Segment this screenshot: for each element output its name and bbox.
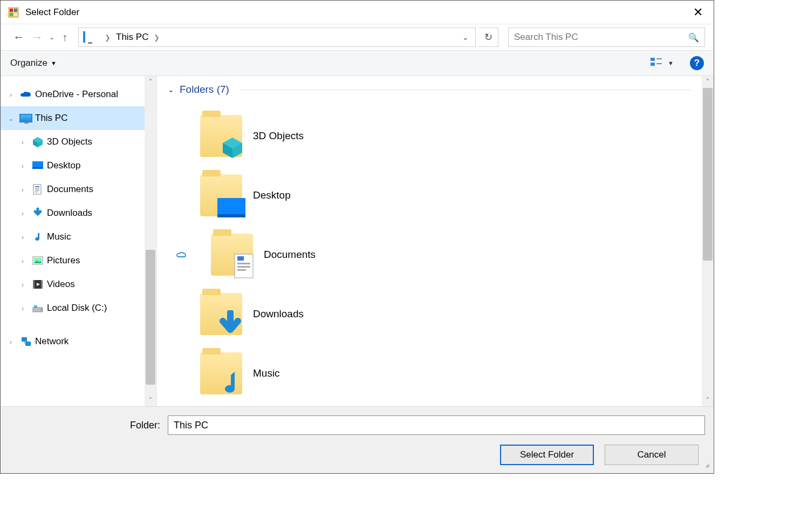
back-button[interactable]: ←: [11, 30, 26, 44]
music-icon: [31, 231, 45, 243]
folder-name-input[interactable]: [168, 415, 705, 435]
folder-item-label: 3D Objects: [253, 130, 304, 142]
breadcrumb-sep-icon[interactable]: ❯: [102, 33, 113, 42]
tree-item[interactable]: ›Local Disk (C:): [1, 296, 145, 320]
svg-rect-18: [35, 192, 38, 193]
window-title: Select Folder: [25, 7, 687, 18]
onedrive-icon: [19, 88, 33, 100]
refresh-button[interactable]: ↻: [479, 28, 498, 47]
folders-section-header[interactable]: ⌄ Folders (7): [168, 84, 691, 96]
section-title: Folders (7): [180, 84, 229, 96]
expander-icon[interactable]: ›: [17, 186, 29, 194]
tree-item-label: Pictures: [47, 255, 80, 266]
scroll-down-icon[interactable]: ˅: [706, 394, 709, 406]
expander-icon[interactable]: ›: [17, 233, 29, 241]
scrollbar-thumb[interactable]: [703, 88, 713, 261]
up-button[interactable]: ↑: [59, 31, 71, 44]
resize-grip-icon[interactable]: ◢: [9, 462, 708, 468]
thispc-icon: [83, 32, 96, 42]
thispc-icon: [19, 112, 33, 124]
section-divider: [240, 90, 691, 90]
scroll-down-icon[interactable]: ˅: [149, 394, 152, 406]
tree-item-label: Network: [35, 336, 69, 347]
organize-menu[interactable]: Organize ▼: [10, 58, 57, 69]
address-dropdown-icon[interactable]: ⌄: [456, 33, 475, 42]
svg-rect-8: [656, 63, 662, 64]
download-icon: [31, 207, 45, 219]
expander-icon[interactable]: ›: [5, 338, 17, 346]
change-view-button[interactable]: ▼: [651, 57, 674, 69]
tree-item-label: This PC: [35, 113, 67, 124]
svg-rect-39: [237, 266, 250, 268]
expander-icon[interactable]: ›: [17, 257, 29, 265]
tree-item-label: Local Disk (C:): [47, 303, 107, 313]
tree-item[interactable]: ⌄This PC: [1, 106, 145, 130]
tree-item[interactable]: ›Videos: [1, 272, 145, 296]
search-box[interactable]: 🔍: [508, 28, 705, 47]
tree-item[interactable]: ›Documents: [1, 178, 145, 201]
tree-item-label: 3D Objects: [47, 137, 92, 147]
navigation-tree[interactable]: ›OneDrive - Personal⌄This PC›3D Objects›…: [1, 76, 145, 406]
drive-icon: [31, 302, 45, 314]
folder-icon: [200, 352, 242, 394]
folder-item[interactable]: 3D Objects: [200, 106, 691, 166]
tree-item[interactable]: ›Desktop: [1, 154, 145, 178]
expander-icon[interactable]: ›: [17, 304, 29, 312]
expander-icon[interactable]: ›: [17, 162, 29, 170]
tree-item[interactable]: ›OneDrive - Personal: [1, 83, 145, 106]
tree-scrollbar[interactable]: ˄ ˅: [145, 76, 156, 406]
breadcrumb-this-pc[interactable]: This PC: [113, 32, 152, 43]
svg-rect-17: [35, 190, 39, 191]
help-button[interactable]: ?: [690, 56, 704, 70]
folder-item[interactable]: Documents: [200, 225, 691, 284]
chevron-down-icon: ▼: [668, 60, 674, 66]
svg-rect-6: [651, 63, 655, 66]
tree-item[interactable]: ›Music: [1, 225, 145, 249]
scrollbar-thumb[interactable]: [146, 250, 155, 385]
desktop-icon: [31, 160, 45, 172]
folder-item[interactable]: Music: [200, 344, 691, 403]
folder-item[interactable]: Desktop: [200, 166, 691, 225]
tree-item[interactable]: ›3D Objects: [1, 130, 145, 154]
address-bar[interactable]: ❯ This PC ❯ ⌄: [78, 28, 476, 47]
expander-icon[interactable]: ›: [17, 209, 29, 217]
tree-item-label: Videos: [47, 279, 75, 290]
folder-name-label: Folder:: [9, 420, 160, 431]
tree-item[interactable]: ›Network: [1, 330, 145, 353]
search-icon[interactable]: 🔍: [688, 32, 699, 43]
cancel-button[interactable]: Cancel: [605, 445, 699, 465]
svg-rect-40: [237, 269, 246, 271]
expander-icon[interactable]: ›: [17, 281, 29, 289]
tree-item[interactable]: ›Downloads: [1, 201, 145, 225]
folder-content: ⌄ Folders (7) 3D ObjectsDesktopDocuments…: [157, 76, 702, 406]
tree-item-label: OneDrive - Personal: [35, 89, 118, 100]
forward-button[interactable]: →: [30, 30, 45, 44]
close-icon[interactable]: ✕: [687, 3, 709, 22]
svg-rect-13: [32, 167, 43, 169]
recent-locations-button[interactable]: ⌄: [49, 33, 54, 41]
svg-rect-38: [237, 263, 250, 264]
scroll-up-icon[interactable]: ˄: [149, 76, 152, 88]
svg-rect-2: [14, 9, 17, 12]
cube-icon: [31, 136, 45, 148]
svg-rect-24: [41, 280, 43, 289]
folder-item-label: Downloads: [253, 308, 304, 320]
expander-icon[interactable]: ›: [17, 138, 29, 146]
network-icon: [19, 336, 33, 347]
scroll-up-icon[interactable]: ˄: [706, 76, 709, 88]
svg-rect-14: [33, 185, 41, 194]
tree-item-label: Desktop: [47, 160, 80, 171]
content-scrollbar[interactable]: ˄ ˅: [702, 76, 714, 406]
folder-icon: [200, 115, 242, 157]
svg-point-28: [40, 309, 42, 311]
tree-item[interactable]: ›Pictures: [1, 249, 145, 272]
breadcrumb-sep-icon[interactable]: ❯: [152, 33, 162, 42]
folder-item[interactable]: Downloads: [200, 284, 691, 344]
expander-icon[interactable]: ›: [5, 91, 17, 99]
expander-icon[interactable]: ⌄: [5, 114, 17, 122]
folder-item-label: Desktop: [253, 189, 291, 201]
search-input[interactable]: [514, 32, 688, 43]
doc-icon: [31, 183, 45, 195]
select-folder-button[interactable]: Select Folder: [500, 445, 594, 465]
svg-rect-34: [217, 198, 245, 216]
